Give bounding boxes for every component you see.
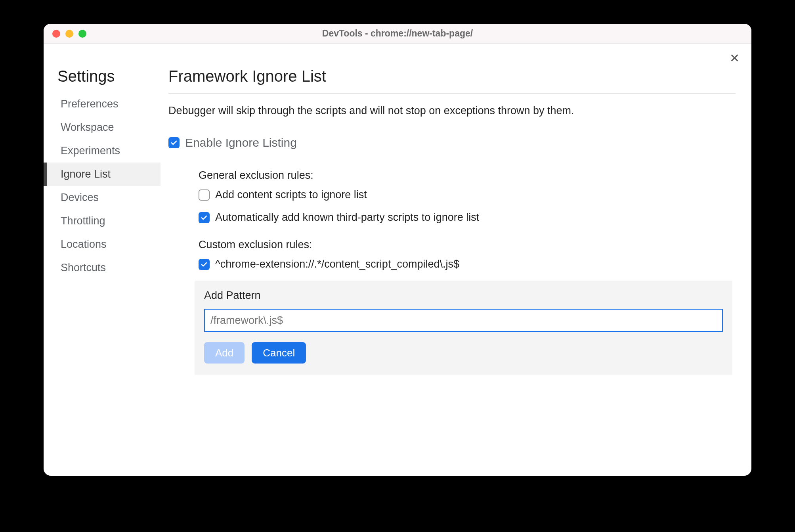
pattern-input[interactable] (204, 309, 723, 332)
general-rule-label: Automatically add known third-party scri… (215, 211, 479, 224)
traffic-lights (44, 30, 86, 38)
sidebar-item-throttling[interactable]: Throttling (44, 209, 161, 233)
cancel-button[interactable]: Cancel (252, 342, 306, 364)
fullscreen-window-button[interactable] (78, 30, 86, 38)
enable-ignore-listing-checkbox[interactable] (168, 137, 180, 148)
general-rule-row: Automatically add known third-party scri… (199, 211, 736, 224)
general-rule-checkbox[interactable] (199, 212, 210, 223)
settings-main: Framework Ignore List Debugger will skip… (161, 44, 751, 476)
sidebar-heading: Settings (44, 67, 161, 92)
page-description: Debugger will skip through the scripts a… (168, 105, 736, 117)
devtools-window: DevTools - chrome://new-tab-page/ ✕ Sett… (44, 24, 751, 476)
window-title: DevTools - chrome://new-tab-page/ (44, 28, 751, 39)
close-panel-icon[interactable]: ✕ (730, 52, 740, 64)
settings-sidebar: Settings PreferencesWorkspaceExperiments… (44, 44, 161, 476)
sidebar-item-preferences[interactable]: Preferences (44, 92, 161, 116)
sidebar-item-ignore-list[interactable]: Ignore List (44, 163, 161, 186)
general-rule-label: Add content scripts to ignore list (215, 189, 367, 201)
sidebar-item-workspace[interactable]: Workspace (44, 116, 161, 139)
page-heading: Framework Ignore List (168, 67, 736, 93)
add-pattern-panel: Add Pattern Add Cancel (195, 281, 732, 375)
general-rule-checkbox[interactable] (199, 189, 210, 201)
add-button[interactable]: Add (204, 342, 245, 364)
sidebar-item-devices[interactable]: Devices (44, 186, 161, 209)
checkmark-icon (170, 139, 178, 146)
sidebar-item-experiments[interactable]: Experiments (44, 139, 161, 163)
close-window-button[interactable] (52, 30, 60, 38)
sidebar-item-locations[interactable]: Locations (44, 233, 161, 256)
checkmark-icon (201, 261, 208, 268)
window-titlebar: DevTools - chrome://new-tab-page/ (44, 24, 751, 44)
general-rules-heading: General exclusion rules: (199, 169, 736, 182)
enable-ignore-listing-label: Enable Ignore Listing (185, 136, 297, 149)
add-pattern-heading: Add Pattern (204, 289, 723, 302)
custom-rule-checkbox[interactable] (199, 259, 210, 270)
custom-rules-heading: Custom exclusion rules: (199, 239, 736, 251)
custom-rule-row: ^chrome-extension://.*/content_script_co… (199, 258, 736, 270)
checkmark-icon (201, 214, 208, 221)
custom-rule-label: ^chrome-extension://.*/content_script_co… (215, 258, 459, 270)
general-rule-row: Add content scripts to ignore list (199, 189, 736, 201)
enable-ignore-listing-row: Enable Ignore Listing (168, 136, 736, 149)
heading-divider (168, 93, 736, 94)
minimize-window-button[interactable] (65, 30, 73, 38)
sidebar-item-shortcuts[interactable]: Shortcuts (44, 256, 161, 279)
